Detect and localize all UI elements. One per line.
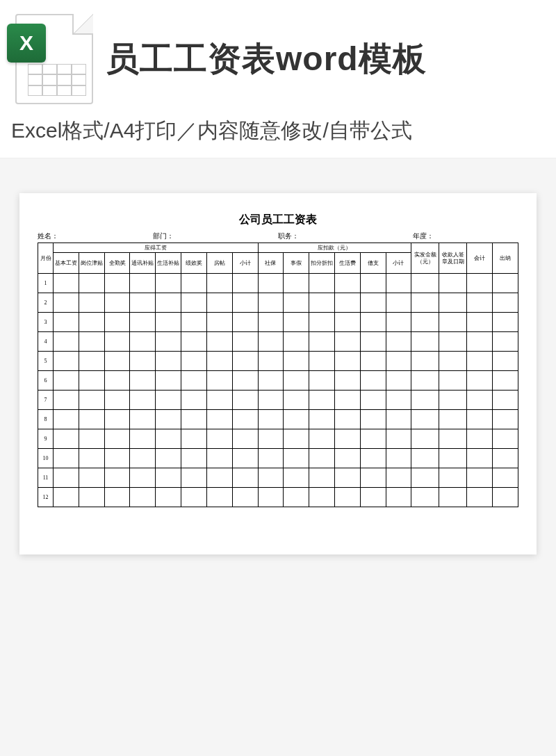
cell (104, 332, 130, 352)
col-due-3: 通讯补贴 (130, 253, 156, 274)
cell (104, 371, 130, 391)
cell (54, 391, 79, 410)
dept-label: 部门： (153, 231, 174, 241)
cell (181, 313, 207, 332)
cell (156, 313, 181, 332)
cell (258, 352, 284, 371)
cell (181, 488, 207, 507)
table-row: 6 (38, 371, 518, 391)
cell (284, 293, 309, 313)
cell (439, 274, 467, 293)
cell (79, 352, 104, 371)
cell (360, 410, 386, 429)
cell (258, 468, 284, 488)
table-row: 12 (38, 488, 518, 507)
cell (411, 332, 439, 352)
cell (309, 313, 335, 332)
cell (156, 468, 181, 488)
cell (439, 468, 467, 488)
cell (104, 274, 130, 293)
cell (232, 313, 258, 332)
cell (411, 313, 439, 332)
table-row: 3 (38, 313, 518, 332)
cell (181, 274, 207, 293)
cell (79, 371, 104, 391)
cell (258, 449, 284, 468)
cell (181, 449, 207, 468)
cell (181, 352, 207, 371)
cell (206, 352, 232, 371)
cell (284, 468, 309, 488)
cell (206, 488, 232, 507)
cell (258, 371, 284, 391)
cell (206, 429, 232, 449)
cell (411, 429, 439, 449)
cell (439, 488, 467, 507)
cell (360, 293, 386, 313)
cell (334, 352, 360, 371)
cell (79, 332, 104, 352)
cell (360, 488, 386, 507)
cell (386, 429, 411, 449)
cell (156, 293, 181, 313)
cell (130, 352, 156, 371)
cell (54, 293, 79, 313)
cell (334, 429, 360, 449)
col-accountant: 会计 (467, 243, 493, 274)
cell (386, 371, 411, 391)
cell (386, 449, 411, 468)
cell (467, 468, 493, 488)
year-label: 年度： (413, 231, 434, 241)
cell (181, 391, 207, 410)
row-month: 9 (38, 429, 54, 449)
cell (104, 352, 130, 371)
cell (309, 352, 335, 371)
col-due-5: 绩效奖 (181, 253, 207, 274)
cell (493, 313, 518, 332)
cell (104, 429, 130, 449)
cell (309, 371, 335, 391)
cell (411, 468, 439, 488)
cell (181, 293, 207, 313)
cell (79, 488, 104, 507)
cell (411, 352, 439, 371)
cell (284, 313, 309, 332)
cell (411, 449, 439, 468)
cell (54, 449, 79, 468)
col-deduct-2: 扣分折扣 (309, 253, 335, 274)
info-row: 姓名： 部门： 职务： 年度： (38, 231, 518, 241)
cell (130, 468, 156, 488)
cell (130, 332, 156, 352)
cell (439, 371, 467, 391)
cell (258, 293, 284, 313)
cell (79, 293, 104, 313)
cell (156, 410, 181, 429)
cell (334, 293, 360, 313)
cell (284, 332, 309, 352)
cell (130, 391, 156, 410)
cell (79, 449, 104, 468)
cell (467, 488, 493, 507)
cell (232, 468, 258, 488)
cell (181, 410, 207, 429)
cell (386, 410, 411, 429)
cell (156, 488, 181, 507)
cell (156, 274, 181, 293)
cell (130, 410, 156, 429)
cell (232, 371, 258, 391)
cell (79, 313, 104, 332)
col-deduct-3: 生活费 (334, 253, 360, 274)
cell (54, 410, 79, 429)
cell (79, 274, 104, 293)
col-due-2: 全勤奖 (104, 253, 130, 274)
cell (206, 391, 232, 410)
cell (439, 293, 467, 313)
cell (309, 488, 335, 507)
col-deduct-5: 小计 (386, 253, 411, 274)
cell (334, 274, 360, 293)
cell (493, 468, 518, 488)
cell (467, 410, 493, 429)
cell (156, 371, 181, 391)
group-due-pay: 应得工资 (54, 243, 259, 253)
cell (467, 332, 493, 352)
